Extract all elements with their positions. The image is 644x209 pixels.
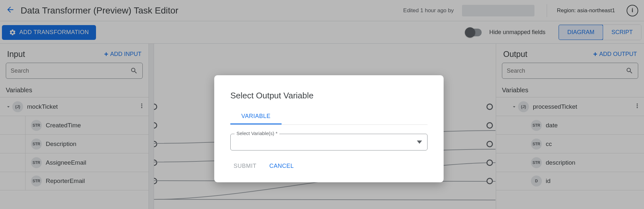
modal-tabs: VARIABLE [230, 109, 428, 125]
dropdown-arrow-icon [417, 141, 422, 144]
modal-actions: SUBMIT CANCEL [230, 159, 428, 173]
select-output-variable-modal: Select Output Variable VARIABLE Select V… [214, 75, 444, 182]
modal-title: Select Output Variable [230, 91, 428, 101]
variable-tab[interactable]: VARIABLE [230, 109, 282, 124]
cancel-button[interactable]: CANCEL [268, 159, 295, 173]
select-variable-dropdown[interactable]: Select Variable(s) * [230, 134, 428, 150]
submit-button[interactable]: SUBMIT [232, 159, 258, 173]
select-field-label: Select Variable(s) * [235, 131, 279, 136]
